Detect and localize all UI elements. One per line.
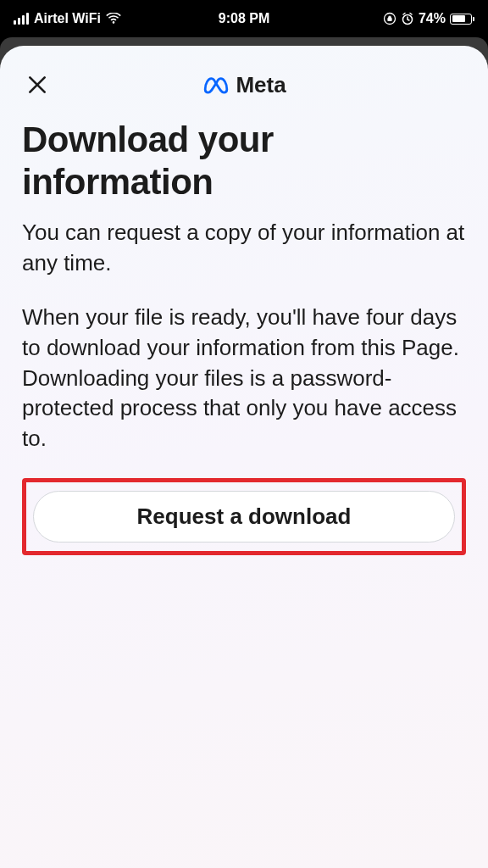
highlight-annotation: Request a download: [22, 478, 466, 555]
page-title: Download your information: [22, 119, 466, 203]
sheet-header: Meta: [22, 70, 466, 100]
status-bar: Airtel WiFi 9:08 PM 74%: [0, 0, 488, 37]
battery-icon: [450, 14, 474, 25]
alarm-icon: [401, 12, 414, 25]
battery-percent: 74%: [419, 11, 446, 26]
orientation-lock-icon: [383, 12, 396, 25]
status-time: 9:08 PM: [219, 11, 269, 26]
meta-logo: Meta: [202, 72, 286, 98]
close-button[interactable]: [22, 70, 53, 100]
status-left: Airtel WiFi: [14, 11, 121, 26]
intro-paragraph: You can request a copy of your informati…: [22, 218, 466, 279]
meta-icon: [202, 75, 230, 94]
signal-icon: [14, 13, 29, 25]
wifi-icon: [106, 13, 121, 25]
meta-logo-text: Meta: [236, 72, 286, 98]
close-icon: [26, 74, 48, 96]
status-right: 74%: [383, 11, 474, 26]
request-download-button[interactable]: Request a download: [33, 491, 455, 542]
details-paragraph: When your file is ready, you'll have fou…: [22, 303, 466, 454]
carrier-label: Airtel WiFi: [34, 11, 101, 26]
modal-sheet: Meta Download your information You can r…: [0, 46, 488, 868]
